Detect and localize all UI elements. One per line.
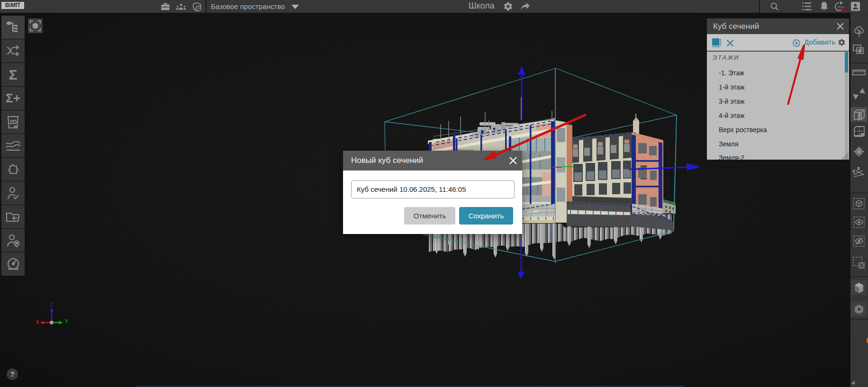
svg-text:1: 1: [853, 170, 855, 173]
svg-text:X: X: [36, 320, 39, 325]
svg-text:2: 2: [858, 167, 859, 170]
svg-text:Y: Y: [65, 319, 68, 324]
svg-text:Z: Z: [50, 302, 53, 307]
svg-text:2D: 2D: [9, 119, 17, 126]
svg-text:10: 10: [837, 5, 841, 9]
